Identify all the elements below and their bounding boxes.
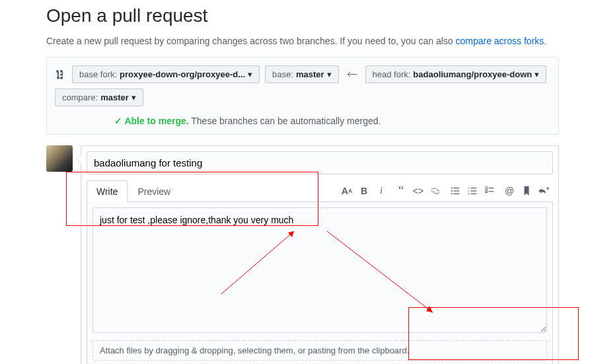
svg-rect-3: [453, 190, 459, 191]
tab-write[interactable]: Write: [87, 180, 128, 202]
compare-branch-value: master: [100, 92, 129, 102]
chevron-down-icon: ▾: [248, 69, 252, 79]
branch-range-box: base fork: proxyee-down-org/proxyee-d...…: [46, 57, 559, 135]
subhead-text: Create a new pull request by comparing c…: [46, 36, 455, 46]
reference-icon[interactable]: [521, 186, 532, 196]
avatar: [46, 145, 73, 172]
compare-icon: [55, 69, 67, 81]
quote-icon[interactable]: “: [396, 186, 406, 196]
merge-message: These branches can be automatically merg…: [191, 116, 381, 126]
italic-icon[interactable]: i: [376, 186, 387, 196]
markdown-toolbar: AA B i “ <> 123 @: [342, 186, 549, 196]
comment-form: Write Preview AA B i “ <> 123: [81, 145, 559, 364]
svg-rect-15: [488, 191, 494, 192]
mention-icon[interactable]: @: [504, 186, 515, 196]
bold-icon[interactable]: B: [359, 186, 369, 196]
arrow-left-icon: 🡐: [344, 69, 360, 81]
base-branch-label: base:: [272, 69, 293, 79]
tab-bar: Write Preview AA B i “ <> 123: [87, 180, 553, 202]
code-icon[interactable]: <>: [413, 186, 424, 196]
svg-rect-13: [488, 188, 494, 188]
svg-rect-5: [453, 193, 459, 194]
page-title: Open a pull request: [46, 5, 559, 26]
base-fork-label: base fork:: [79, 69, 117, 79]
base-fork-select[interactable]: base fork: proxyee-down-org/proxyee-d...…: [72, 65, 260, 83]
task-list-icon[interactable]: [484, 186, 495, 196]
svg-rect-11: [470, 193, 476, 194]
chevron-down-icon: ▾: [535, 69, 539, 79]
compare-across-forks-link[interactable]: compare across forks: [455, 36, 544, 46]
check-icon: ✓ Able to merge.: [114, 116, 189, 126]
svg-rect-9: [470, 190, 476, 191]
svg-text:3: 3: [468, 192, 470, 196]
text-size-icon[interactable]: AA: [342, 186, 352, 196]
page-subhead: Create a new pull request by comparing c…: [46, 36, 559, 46]
compare-branch-select[interactable]: compare: master ▾: [55, 89, 143, 106]
base-fork-value: proxyee-down-org/proxyee-d...: [120, 69, 245, 79]
unordered-list-icon[interactable]: [450, 186, 461, 196]
tab-preview[interactable]: Preview: [128, 180, 180, 202]
base-branch-select[interactable]: base: master ▾: [265, 65, 338, 83]
head-fork-value: badaoliumang/proxyee-down: [413, 69, 532, 79]
svg-rect-1: [453, 188, 459, 188]
svg-rect-12: [485, 186, 488, 189]
chevron-down-icon: ▾: [131, 92, 136, 102]
head-fork-select[interactable]: head fork: badaoliumang/proxyee-down ▾: [365, 65, 547, 83]
chevron-down-icon: ▾: [327, 69, 332, 79]
svg-point-0: [451, 187, 453, 188]
ordered-list-icon[interactable]: 123: [467, 186, 478, 196]
merge-status: ✓ Able to merge. These branches can be a…: [55, 116, 550, 126]
pr-body-textarea[interactable]: [92, 207, 547, 333]
reply-icon[interactable]: ▾: [538, 186, 549, 196]
svg-point-4: [451, 193, 453, 194]
pr-title-input[interactable]: [87, 151, 553, 174]
link-icon[interactable]: [430, 186, 441, 196]
base-branch-value: master: [296, 69, 324, 79]
compare-branch-label: compare:: [62, 92, 98, 102]
svg-rect-7: [470, 188, 476, 188]
attach-hint[interactable]: Attach files by dragging & dropping, sel…: [92, 340, 547, 361]
body-wrap: Attach files by dragging & dropping, sel…: [87, 202, 553, 364]
head-fork-label: head fork:: [373, 69, 411, 79]
svg-point-2: [451, 190, 453, 191]
